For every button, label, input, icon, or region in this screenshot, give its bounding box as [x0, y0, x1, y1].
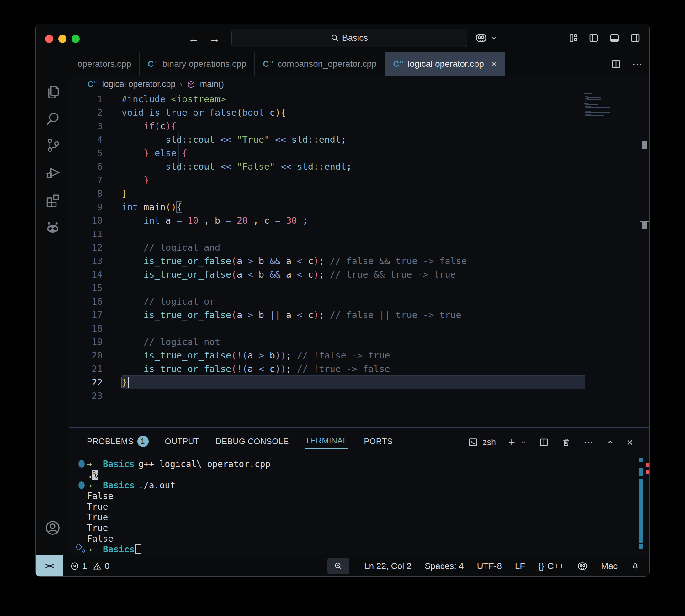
code-line[interactable]: 4 std::cout << "True" << std::endl;: [69, 133, 640, 146]
bottom-panel: PROBLEMS1OUTPUTDEBUG CONSOLETERMINALPORT…: [69, 428, 649, 556]
breadcrumb[interactable]: C++ logical operator.cpp › main(): [69, 76, 649, 92]
code-editor[interactable]: 1#include <iostream>2void is_true_or_fal…: [69, 92, 640, 427]
code-line[interactable]: 21 is_true_or_false(!(a < c)); // !true …: [69, 362, 640, 375]
terminal-output[interactable]: →Basicsg++ logical\ operator.cpp.%→Basic…: [69, 459, 631, 554]
panel-tab-ports[interactable]: PORTS: [364, 437, 393, 448]
explorer-icon[interactable]: [36, 83, 69, 101]
run-debug-icon[interactable]: [36, 164, 69, 181]
customize-layout-icon[interactable]: [568, 33, 578, 43]
remote-indicator[interactable]: ><: [36, 555, 63, 576]
new-terminal-icon[interactable]: +: [508, 436, 515, 449]
search-icon[interactable]: [36, 110, 69, 127]
problems-status[interactable]: 1 0: [70, 561, 109, 571]
command-decoration-dot[interactable]: [79, 481, 85, 489]
zoom-indicator[interactable]: [328, 558, 349, 574]
problems-badge: 1: [137, 436, 149, 447]
command-center-search[interactable]: Basics: [231, 29, 467, 47]
code-line[interactable]: 22}: [69, 375, 640, 389]
trash-icon[interactable]: [561, 438, 571, 447]
search-icon: [331, 34, 339, 42]
code-line[interactable]: 9int main(){: [69, 200, 640, 214]
minimap[interactable]: [584, 93, 627, 120]
code-line[interactable]: 20 is_true_or_false(!(a > b)); // !false…: [69, 349, 640, 362]
code-line[interactable]: 16 // logical or: [69, 294, 640, 308]
minimize-window-button[interactable]: [58, 35, 66, 43]
minimap-line: [585, 114, 591, 115]
line-number: 17: [69, 310, 103, 320]
chevron-down-icon[interactable]: [490, 36, 497, 40]
zoom-window-button[interactable]: [71, 35, 80, 43]
code-text: is_true_or_false(a > b && a < c); // fal…: [103, 256, 467, 266]
code-line[interactable]: 17 is_true_or_false(a > b || a < c); // …: [69, 308, 640, 322]
split-terminal-icon[interactable]: [539, 438, 549, 447]
minimap-line: [585, 107, 610, 108]
code-line[interactable]: 1#include <iostream>: [69, 92, 640, 106]
back-arrow[interactable]: ←: [188, 32, 199, 45]
breadcrumb-symbol[interactable]: main(): [200, 79, 224, 89]
minimap-line: [585, 115, 604, 116]
command-decoration-dot[interactable]: [79, 460, 85, 468]
maximize-panel-icon[interactable]: [606, 440, 614, 445]
source-control-icon[interactable]: [36, 136, 69, 154]
code-text: if(c){: [103, 121, 177, 131]
minimap-line: [584, 102, 584, 103]
code-text: // logical and: [103, 242, 220, 253]
code-line[interactable]: 15: [69, 281, 640, 294]
prompt-directory: Basics: [103, 480, 135, 490]
code-line[interactable]: 19 // logical not: [69, 335, 640, 349]
tab-binary-operations-cpp[interactable]: C++binary operations.cpp: [139, 52, 255, 76]
bell-icon[interactable]: [631, 562, 640, 571]
chevron-down-icon[interactable]: [521, 440, 526, 444]
account-icon[interactable]: [36, 519, 69, 537]
panel-tab-terminal[interactable]: TERMINAL: [305, 436, 348, 448]
more-actions-icon[interactable]: ⋯: [632, 58, 644, 70]
code-line[interactable]: 7 }: [69, 173, 640, 186]
forward-arrow[interactable]: →: [209, 32, 220, 45]
code-line[interactable]: 18: [69, 322, 640, 335]
code-line[interactable]: 13 is_true_or_false(a > b && a < c); // …: [69, 254, 640, 267]
code-line[interactable]: 12 // logical and: [69, 241, 640, 254]
code-line[interactable]: 14 is_true_or_false(a < b && a < c); // …: [69, 267, 640, 281]
code-line[interactable]: 11: [69, 227, 640, 241]
os-indicator[interactable]: Mac: [601, 561, 618, 571]
extensions-icon[interactable]: [36, 191, 69, 209]
panel-tab-debug-console[interactable]: DEBUG CONSOLE: [216, 437, 289, 448]
ai-bot-icon[interactable]: [36, 220, 69, 237]
copilot-status-icon[interactable]: [577, 562, 588, 571]
code-line[interactable]: 3 if(c){: [69, 119, 640, 133]
line-col-indicator[interactable]: Ln 22, Col 2: [364, 561, 412, 571]
line-number: 7: [69, 175, 103, 185]
scrollbar-marker[interactable]: [642, 222, 647, 229]
close-tab-icon[interactable]: ×: [491, 59, 497, 69]
code-line[interactable]: 8}: [69, 186, 640, 200]
code-line[interactable]: 6 std::cout << "False" << std::endl;: [69, 160, 640, 173]
panel-tab-problems[interactable]: PROBLEMS1: [87, 436, 149, 449]
tab-comparison-operator-cpp[interactable]: C++comparison_operator.cpp: [255, 52, 385, 76]
line-number: 16: [69, 296, 103, 307]
code-line[interactable]: 5 } else {: [69, 146, 640, 160]
tab-logical-operator-cpp[interactable]: C++logical operator.cpp×: [385, 52, 506, 76]
code-line[interactable]: 23: [69, 389, 640, 402]
tab-operators-cpp[interactable]: operators.cpp: [69, 52, 139, 76]
copilot-icon[interactable]: [475, 32, 487, 43]
indentation-indicator[interactable]: Spaces: 4: [425, 561, 464, 571]
terminal-line: →Basicsg++ logical\ operator.cpp: [69, 459, 631, 469]
eol-indicator[interactable]: LF: [515, 561, 525, 571]
more-actions-icon[interactable]: ⋯: [583, 436, 594, 448]
terminal-cursor[interactable]: [135, 545, 141, 554]
split-editor-icon[interactable]: [611, 59, 621, 69]
code-line[interactable]: 10 int a = 10 , b = 20 , c = 30 ;: [69, 214, 640, 227]
language-indicator[interactable]: {} C++: [538, 561, 564, 571]
encoding-indicator[interactable]: UTF-8: [477, 561, 502, 571]
shell-name[interactable]: zsh: [483, 438, 496, 447]
toggle-sidebar-icon[interactable]: [589, 33, 599, 43]
toggle-panel-icon[interactable]: [609, 33, 620, 43]
breadcrumb-file[interactable]: logical operator.cpp: [102, 79, 175, 89]
panel-tab-output[interactable]: OUTPUT: [165, 437, 199, 448]
scrollbar-marker[interactable]: [642, 140, 647, 149]
close-panel-icon[interactable]: ×: [627, 436, 633, 448]
close-window-button[interactable]: [45, 35, 53, 43]
toggle-secondary-sidebar-icon[interactable]: [630, 33, 640, 43]
terminal-line: .%: [69, 469, 631, 480]
code-line[interactable]: 2void is_true_or_false(bool c){: [69, 106, 640, 119]
